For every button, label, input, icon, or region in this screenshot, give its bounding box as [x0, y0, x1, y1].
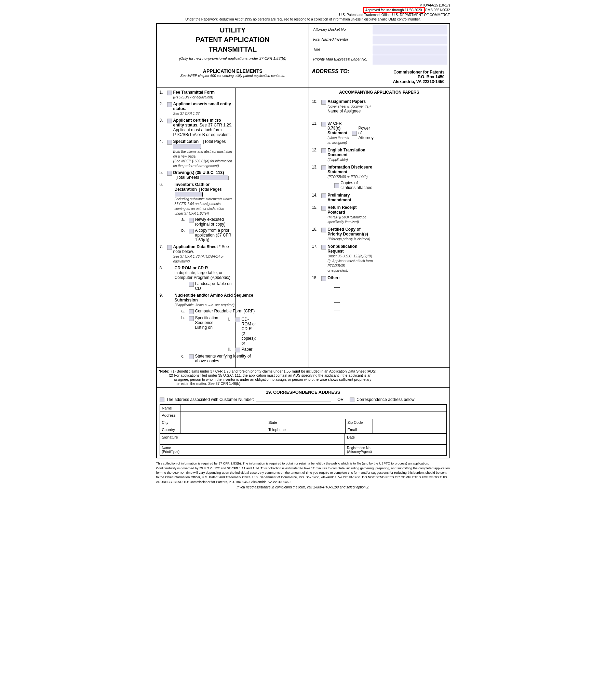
- customer-number-checkbox[interactable]: [160, 398, 164, 402]
- reg-no-value[interactable]: [374, 445, 446, 456]
- item-13-checkbox[interactable]: [321, 165, 326, 170]
- state-value[interactable]: [288, 419, 345, 426]
- item-10-num: 10.: [312, 99, 320, 104]
- item-9bi-checkbox[interactable]: [235, 318, 240, 322]
- name-value[interactable]: [180, 405, 446, 412]
- item-11-checkbox[interactable]: [321, 122, 326, 126]
- item-15-checkbox[interactable]: [321, 206, 326, 211]
- item-10-assignee: Name of Assignee: [327, 109, 396, 118]
- signature-value[interactable]: [187, 434, 345, 445]
- customer-number-label: The address associated with Customer Num…: [166, 397, 254, 402]
- item-5-total-sheets[interactable]: [200, 175, 228, 180]
- accompanying-header: ACCOMPANYING APPLICATION PAPERS: [309, 88, 449, 97]
- first-named-inventor-value[interactable]: [372, 35, 447, 45]
- address-form: Name Address City State Zip Code: [160, 404, 447, 433]
- item-9-content: Nucleotide and/or Amino Acid Sequence Su…: [175, 293, 256, 363]
- item-11-power-label: Power of Attorney: [358, 126, 374, 140]
- item-7-checkbox[interactable]: [167, 245, 172, 250]
- item-6b-label: b.: [181, 228, 188, 233]
- item-8: 8. CD-ROM or CD-R in duplicate, large ta…: [160, 266, 233, 291]
- item-6: 6. Inventor's Oath or Declaration [Total…: [160, 182, 233, 243]
- item-8-landscape-text: Landscape Table on CD: [195, 281, 233, 291]
- item-9b-label: b.: [181, 315, 188, 320]
- attorney-docket-label: Attorney Docket No.: [311, 25, 372, 35]
- item-16-num: 16.: [312, 227, 320, 232]
- address-to-label: ADDRESS TO:: [312, 68, 349, 75]
- item-18: 18. Other:: [312, 275, 374, 312]
- item-3-sub-inline: See 37 CFR 1.29.: [200, 123, 232, 127]
- email-label: Email: [345, 426, 373, 433]
- note-section: *Note: (1) Benefit claims under 37 CFR 1…: [157, 368, 450, 387]
- item-9bii-checkbox[interactable]: [235, 348, 240, 352]
- telephone-value[interactable]: [288, 426, 345, 433]
- item-9a-checkbox[interactable]: [189, 309, 194, 314]
- priority-mail-value[interactable]: [372, 55, 447, 65]
- title-value[interactable]: [372, 45, 447, 55]
- item-10-checkbox[interactable]: [321, 100, 326, 105]
- item-5-num: 5.: [160, 170, 166, 175]
- item-13-copies-checkbox[interactable]: [334, 183, 339, 188]
- item-7: 7. Application Data Sheet * See note bel…: [160, 244, 233, 264]
- name-print-value[interactable]: [187, 445, 345, 456]
- item-6-total-pages[interactable]: [175, 192, 202, 197]
- customer-number-input[interactable]: [256, 397, 331, 402]
- item-4-checkbox[interactable]: [167, 140, 172, 145]
- date-value[interactable]: [374, 434, 446, 445]
- item-9c-checkbox[interactable]: [189, 354, 194, 359]
- other-line-2[interactable]: [334, 289, 340, 295]
- priority-mail-label: Priority Mail Express® Label No.: [311, 55, 372, 65]
- item-9-title: Nucleotide and/or Amino Acid Sequence Su…: [175, 293, 253, 302]
- item-3-content: Applicant certifies micro entity status.…: [173, 118, 233, 137]
- corr-below-label: Correspondence address below: [356, 397, 414, 402]
- item-14: 14. Preliminary Amendment: [312, 193, 374, 202]
- item-12-checkbox[interactable]: [321, 148, 326, 153]
- item-15-content: Return Receipt Postcard (MPEP § 503) (Sh…: [327, 205, 374, 224]
- item-6b-text: A copy from a prior application (37 CFR …: [195, 228, 233, 242]
- item-18-checkbox[interactable]: [321, 276, 326, 281]
- item-6a-checkbox[interactable]: [189, 218, 194, 223]
- item-9b-checkbox[interactable]: [189, 316, 194, 321]
- item-15: 15. Return Receipt Postcard (MPEP § 503)…: [312, 205, 374, 224]
- item-9c-text: Statements verifying identity of above c…: [195, 354, 256, 363]
- item-11-sub: (when there is an assignee): [327, 136, 349, 145]
- item-16: 16. Certified Copy of Priority Document(…: [312, 227, 374, 241]
- item-11: 11. 37 CFR 3.73(c) Statement (when there…: [312, 121, 374, 145]
- item-12-content: English Translation Document (if applica…: [327, 148, 374, 162]
- attorney-docket-value[interactable]: [372, 25, 447, 35]
- other-line-3[interactable]: [334, 297, 340, 303]
- item-7-sub: See 37 CFR 1.76 (PTO/AIA/14 or equivalen…: [173, 255, 224, 263]
- zip-value[interactable]: [373, 419, 446, 426]
- item-8-landscape-checkbox[interactable]: [189, 282, 194, 287]
- email-value[interactable]: [373, 426, 446, 433]
- telephone-label: Telephone: [266, 426, 288, 433]
- item-4-sub2: (See MPEP § 608.01(a) for information on…: [173, 159, 232, 168]
- item-5-checkbox[interactable]: [167, 171, 172, 176]
- item-12: 12. English Translation Document (if app…: [312, 148, 374, 162]
- item-4-content: Specification [Total Pages ] Both the cl…: [173, 139, 233, 168]
- address-value[interactable]: [180, 412, 446, 419]
- item-9-num: 9.: [160, 293, 166, 298]
- item-14-checkbox[interactable]: [321, 193, 326, 198]
- item-17-checkbox[interactable]: [321, 245, 326, 250]
- other-line-4[interactable]: [334, 304, 340, 310]
- item-10-content: Assignment Papers (cover sheet & documen…: [327, 99, 396, 118]
- item-9a-text: Computer Readable Form (CRF): [195, 309, 255, 313]
- item-10-assignee-input[interactable]: [327, 113, 396, 118]
- item-1-content: Fee Transmittal Form (PTO/SB/17 or equiv…: [173, 90, 233, 99]
- country-value[interactable]: [180, 426, 266, 433]
- item-2-checkbox[interactable]: [167, 102, 172, 107]
- other-line-1[interactable]: [334, 282, 340, 288]
- city-value[interactable]: [180, 419, 266, 426]
- item-13-num: 13.: [312, 165, 320, 170]
- country-label: Country: [160, 426, 180, 433]
- app-elements-header-cell: APPLICATION ELEMENTS See MPEP chapter 60…: [157, 66, 309, 88]
- item-6b-checkbox[interactable]: [189, 229, 194, 233]
- item-16-checkbox[interactable]: [321, 228, 326, 232]
- item-1-checkbox[interactable]: [167, 91, 172, 95]
- item-9bii-text: Paper: [242, 347, 253, 352]
- item-11-power-checkbox[interactable]: [352, 131, 357, 136]
- corr-below-checkbox[interactable]: [350, 398, 354, 402]
- item-4-total-pages[interactable]: [173, 144, 201, 149]
- item-3-checkbox[interactable]: [167, 119, 172, 123]
- item-1-sub: (PTO/SB/17 or equivalent): [173, 95, 213, 99]
